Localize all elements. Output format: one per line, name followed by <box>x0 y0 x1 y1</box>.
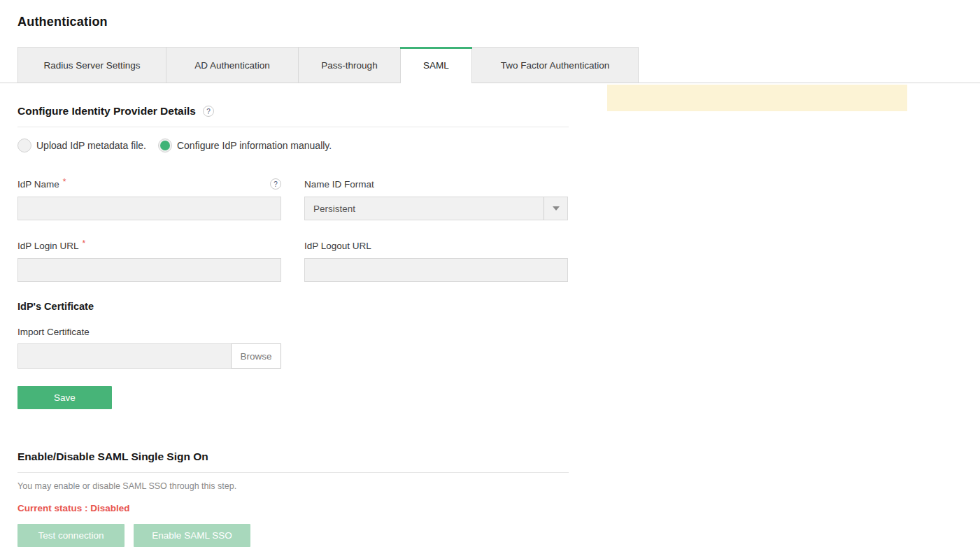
sso-section-heading: Enable/Disable SAML Single Sign On <box>17 450 569 463</box>
radio-label: Upload IdP metadata file. <box>36 140 146 151</box>
idp-name-field-group: IdP Name * ? <box>17 178 281 220</box>
section-divider <box>17 472 569 473</box>
sso-section-heading-text: Enable/Disable SAML Single Sign On <box>17 450 208 463</box>
radio-label: Configure IdP information manually. <box>177 140 332 151</box>
idp-login-url-input[interactable] <box>17 258 281 282</box>
tab-two-factor-authentication[interactable]: Two Factor Authentication <box>471 47 639 83</box>
required-asterisk: * <box>83 239 86 248</box>
notice-highlight <box>607 85 907 111</box>
name-id-format-field-group: Name ID Format Persistent <box>304 178 568 220</box>
idp-name-label: IdP Name <box>17 179 59 190</box>
certificate-file-input[interactable]: Browse <box>17 343 281 369</box>
test-connection-button[interactable]: Test connection <box>17 524 125 547</box>
save-button[interactable]: Save <box>17 386 112 409</box>
section-divider <box>17 127 569 127</box>
help-icon[interactable]: ? <box>203 106 214 117</box>
idp-logout-url-field-group: IdP Logout URL <box>304 239 568 282</box>
tab-ad-authentication[interactable]: AD Authentication <box>166 47 298 83</box>
page-title: Authentication <box>0 0 980 29</box>
idp-logout-url-label: IdP Logout URL <box>304 241 371 251</box>
import-certificate-label: Import Certificate <box>17 327 569 337</box>
idp-logout-url-input[interactable] <box>304 258 568 282</box>
idp-name-input[interactable] <box>17 197 281 220</box>
browse-button[interactable]: Browse <box>231 343 281 369</box>
idp-config-mode-radios: Upload IdP metadata file. Configure IdP … <box>17 138 569 152</box>
help-icon[interactable]: ? <box>270 178 281 190</box>
idp-form: IdP Name * ? Name ID Format Persistent I… <box>17 178 569 282</box>
sso-status-text: Current status : Disabled <box>17 503 569 513</box>
saml-tab-content: Configure Identity Provider Details ? Up… <box>0 105 569 547</box>
tab-radius-server-settings[interactable]: Radius Server Settings <box>17 47 166 83</box>
enable-saml-sso-button[interactable]: Enable SAML SSO <box>134 524 250 547</box>
tab-list: Radius Server Settings AD Authentication… <box>17 47 980 83</box>
radio-unselected-icon[interactable] <box>17 138 31 152</box>
radio-selected-icon[interactable] <box>158 138 172 152</box>
sso-action-buttons: Test connection Enable SAML SSO <box>17 524 569 547</box>
tab-bar: Radius Server Settings AD Authentication… <box>0 47 980 83</box>
radio-upload-idp-metadata[interactable]: Upload IdP metadata file. <box>17 138 146 152</box>
sso-description: You may enable or disable SAML SSO throu… <box>17 481 569 491</box>
idp-section-heading: Configure Identity Provider Details ? <box>17 105 569 118</box>
tab-pass-through[interactable]: Pass-through <box>298 47 400 83</box>
required-asterisk: * <box>63 177 66 187</box>
idp-login-url-field-group: IdP Login URL * <box>17 239 281 282</box>
name-id-format-select[interactable]: Persistent <box>304 197 568 220</box>
name-id-format-label: Name ID Format <box>304 179 374 190</box>
chevron-down-icon[interactable] <box>544 197 567 220</box>
idp-section-heading-text: Configure Identity Provider Details <box>17 105 196 118</box>
idp-certificate-heading: IdP's Certificate <box>17 301 569 312</box>
name-id-format-selected-value: Persistent <box>305 204 355 214</box>
radio-configure-idp-manually[interactable]: Configure IdP information manually. <box>158 138 332 152</box>
tab-saml[interactable]: SAML <box>400 47 471 83</box>
idp-login-url-label: IdP Login URL <box>17 241 79 251</box>
authentication-page: Authentication Radius Server Settings AD… <box>0 0 980 547</box>
